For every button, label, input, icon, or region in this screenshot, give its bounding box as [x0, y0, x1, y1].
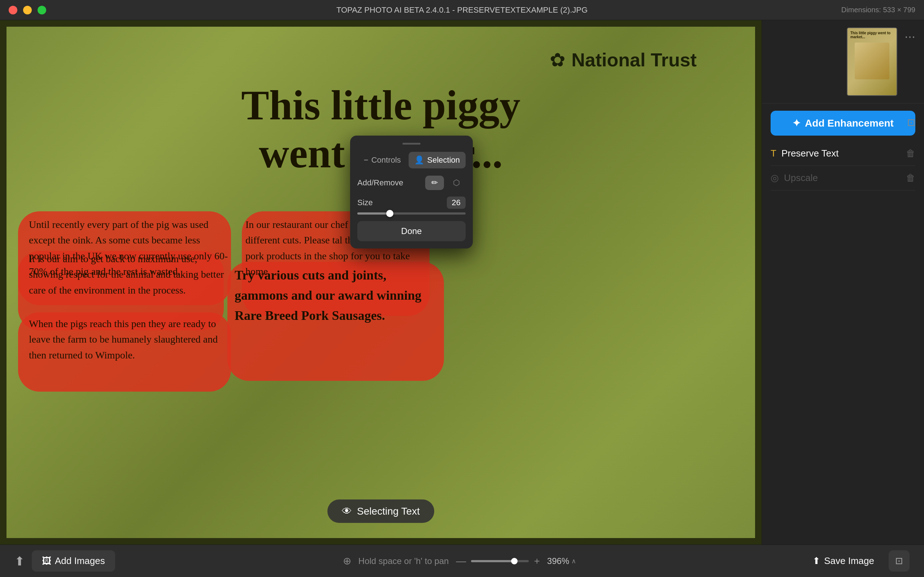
- size-label-row: Size 26: [357, 197, 465, 209]
- bottom-center-section: ⊕ Hold space or 'h' to pan — + 396% ∧: [115, 555, 804, 567]
- zoom-slider-fill: [471, 560, 514, 562]
- upscale-delete-button[interactable]: 🗑: [906, 172, 915, 184]
- thumbnail-image: This little piggy went to market...: [847, 27, 897, 96]
- selecting-text-label: Selecting Text: [357, 506, 420, 517]
- window-title: TOPAZ PHOTO AI BETA 2.4.0.1 - PRESERVETE…: [336, 5, 588, 15]
- zoom-plus-button[interactable]: +: [534, 555, 540, 567]
- bottom-left-section: ⬆ 🖼 Add Images: [15, 550, 115, 572]
- save-image-button[interactable]: ⬆ Save Image: [804, 550, 883, 572]
- add-remove-label: Add/Remove: [357, 178, 403, 187]
- add-enhancement-button[interactable]: ✦ Add Enhancement: [771, 111, 915, 135]
- export-options-button[interactable]: ⊡: [888, 550, 909, 572]
- selection-popup: − Controls 👤 Selection Add/Remove ✏ ⬡ Si…: [350, 135, 473, 248]
- thumbnail-area: This little piggy went to market... ⋯: [762, 20, 924, 103]
- bottom-right-section: ⬆ Save Image ⊡: [804, 550, 909, 572]
- upload-icon-button[interactable]: ⬆: [15, 554, 24, 568]
- save-icon: ⬆: [813, 555, 821, 567]
- upload-icon: ⬆: [15, 554, 24, 568]
- panel-actions: ✦ Add Enhancement ⊡ T Preserve Text 🗑 ◎ …: [762, 103, 924, 545]
- preserve-text-item: T Preserve Text 🗑: [771, 141, 915, 166]
- preserve-text-icon: T: [771, 148, 776, 159]
- right-panel: This little piggy went to market... ⋯ ✦ …: [762, 20, 924, 545]
- tab-selection-label: Selection: [427, 155, 460, 165]
- controls-minus-icon: −: [364, 155, 368, 165]
- image-dimensions: Dimensions: 533 × 799: [842, 6, 915, 14]
- eye-icon: 👁: [342, 505, 352, 517]
- upscale-label: Upscale: [784, 172, 818, 184]
- tab-controls[interactable]: − Controls: [357, 152, 407, 168]
- preserve-text-left: T Preserve Text: [771, 148, 838, 159]
- zoom-slider-area: — +: [456, 555, 540, 567]
- upscale-item: ◎ Upscale 🗑: [771, 166, 915, 190]
- zoom-slider-thumb[interactable]: [511, 558, 518, 564]
- zoom-slider-track[interactable]: [471, 560, 529, 562]
- add-remove-row: Add/Remove ✏ ⬡: [357, 176, 465, 190]
- add-enhancement-label: Add Enhancement: [805, 118, 894, 129]
- maximize-button[interactable]: [37, 6, 46, 15]
- nt-logo-icon: ✿: [550, 49, 565, 71]
- zoom-minus-button[interactable]: —: [456, 555, 466, 567]
- sign-text-block-2: It is our aim to get back to maximum use…: [29, 251, 228, 298]
- canvas-area: ✿ National Trust This little piggy went …: [0, 20, 762, 545]
- sign-text-block-3: When the pigs reach this pen they are re…: [29, 316, 231, 363]
- size-slider-fill: [357, 213, 390, 214]
- add-images-icon: 🖼: [42, 555, 51, 567]
- upscale-left: ◎ Upscale: [771, 172, 818, 184]
- add-images-label: Add Images: [55, 555, 105, 567]
- minimize-button[interactable]: [23, 6, 32, 15]
- upscale-icon: ◎: [771, 172, 779, 184]
- done-button[interactable]: Done: [357, 221, 465, 241]
- size-row: Size 26: [357, 197, 465, 214]
- tab-controls-label: Controls: [372, 155, 401, 165]
- export-icon: ⊡: [895, 555, 903, 566]
- sign-background: ✿ National Trust This little piggy went …: [0, 20, 762, 545]
- close-button[interactable]: [9, 6, 17, 15]
- size-value: 26: [447, 197, 465, 209]
- preserve-text-label: Preserve Text: [782, 148, 838, 159]
- add-enhancement-icon: ✦: [792, 117, 801, 129]
- add-selection-button[interactable]: ✏: [425, 176, 444, 190]
- add-remove-buttons: ✏ ⬡: [425, 176, 465, 190]
- titlebar: TOPAZ PHOTO AI BETA 2.4.0.1 - PRESERVETE…: [0, 0, 924, 20]
- crop-icon: ⊡: [907, 117, 915, 128]
- sign-text-block-5: Try various cuts and joints, gammons and…: [234, 266, 437, 326]
- zoom-dropdown-arrow[interactable]: ∧: [571, 557, 576, 565]
- bottom-bar: ⬆ 🖼 Add Images ⊕ Hold space or 'h' to pa…: [0, 545, 924, 577]
- size-label: Size: [357, 198, 373, 207]
- popup-tabs: − Controls 👤 Selection: [357, 152, 465, 168]
- window-controls[interactable]: [9, 6, 46, 15]
- selection-person-icon: 👤: [414, 155, 424, 165]
- pan-hint-text: Hold space or 'h' to pan: [359, 556, 449, 566]
- tab-selection[interactable]: 👤 Selection: [409, 152, 465, 168]
- zoom-percentage: 396% ∧: [547, 556, 576, 566]
- size-slider-thumb[interactable]: [386, 210, 393, 217]
- remove-selection-button[interactable]: ⬡: [447, 176, 465, 190]
- pan-icon: ⊕: [343, 555, 351, 567]
- more-options-button[interactable]: ⋯: [903, 29, 917, 44]
- size-slider-track[interactable]: [357, 213, 465, 214]
- ellipsis-icon: ⋯: [905, 31, 915, 43]
- selecting-text-badge: 👁 Selecting Text: [327, 500, 434, 523]
- national-trust-logo: ✿ National Trust: [550, 49, 696, 71]
- sign-heading-line1: This little piggy: [22, 82, 740, 129]
- crop-button[interactable]: ⊡: [901, 111, 921, 134]
- preserve-text-delete-button[interactable]: 🗑: [906, 148, 915, 159]
- zoom-value: 396%: [547, 556, 569, 566]
- thumbnail-content: This little piggy went to market...: [848, 28, 897, 95]
- save-image-label: Save Image: [824, 555, 874, 567]
- national-trust-text: National Trust: [571, 49, 696, 71]
- add-images-button[interactable]: 🖼 Add Images: [32, 550, 115, 572]
- popup-drag-handle[interactable]: [402, 143, 420, 145]
